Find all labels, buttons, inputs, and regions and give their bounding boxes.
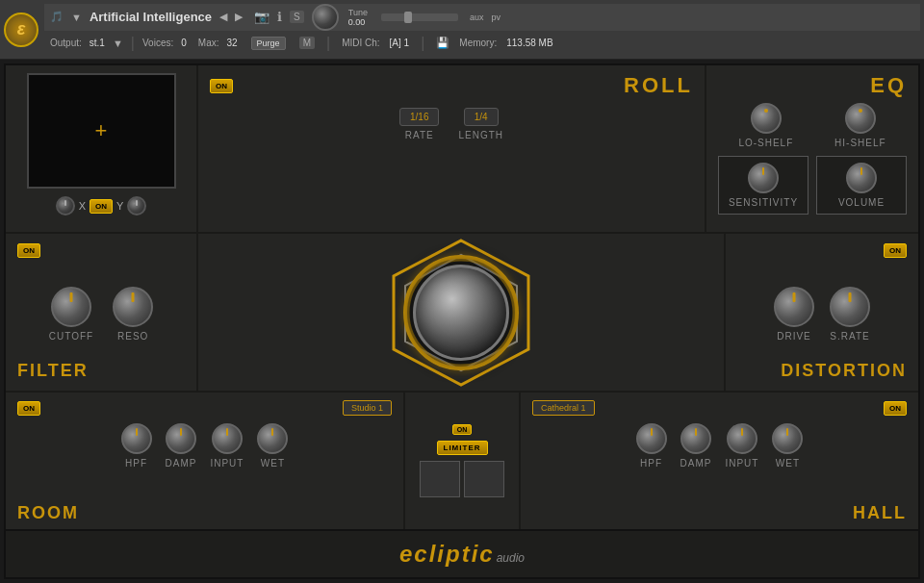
room-title: ROOM: [17, 503, 79, 523]
hall-wet-knob[interactable]: [772, 423, 803, 454]
filter-section: ON CUTOFF RESO FILTER: [6, 234, 198, 391]
room-input-knob[interactable]: [212, 423, 243, 454]
roll-length-selector[interactable]: 1/4: [464, 108, 499, 126]
midi-value: [A] 1: [390, 38, 410, 48]
hall-damp-knob[interactable]: [680, 423, 711, 454]
memory-value: 113.58 MB: [506, 38, 552, 48]
hall-on-button[interactable]: ON: [884, 401, 907, 416]
main-knob[interactable]: [413, 265, 509, 361]
srate-knob[interactable]: [830, 287, 870, 327]
eq-sensitivity-box: SENSITIVITY: [718, 156, 808, 215]
hall-damp-group: DAMP: [680, 423, 712, 469]
instrument-area: + X ON Y ON ROLL 1/16 RATE: [4, 63, 920, 579]
hall-input-knob[interactable]: [727, 423, 757, 454]
room-hpf-group: HPF: [121, 423, 152, 469]
lo-shelf-group: LO-SHELF: [738, 103, 793, 148]
sensitivity-knob[interactable]: [748, 163, 779, 193]
output-arrow[interactable]: ▼: [113, 38, 123, 49]
hi-shelf-knob[interactable]: [845, 103, 876, 134]
tune-display: Tune 0.00: [348, 8, 368, 27]
tune-value: 0.00: [348, 17, 368, 27]
room-hpf-label: HPF: [125, 458, 147, 469]
roll-on-button[interactable]: ON: [210, 79, 233, 93]
lo-shelf-knob[interactable]: [751, 103, 782, 134]
instrument-name: Artificial Intelligence: [90, 10, 212, 24]
room-wet-knob[interactable]: [257, 423, 288, 454]
tune-knob[interactable]: [312, 4, 339, 31]
limiter-sq-1: [420, 461, 460, 497]
hall-preset-button[interactable]: Cathedral 1: [532, 400, 595, 416]
dropdown-arrow[interactable]: ▼: [71, 12, 82, 23]
hexagon-frame: [384, 236, 538, 390]
distortion-on-button[interactable]: ON: [884, 243, 907, 258]
voices-label: Voices:: [142, 38, 173, 48]
room-on-button[interactable]: ON: [17, 401, 40, 416]
limiter-sq-2: [464, 461, 504, 497]
kontakt-logo: ε: [4, 13, 38, 47]
hall-damp-label: DAMP: [680, 458, 712, 469]
eq-volume-box: VOLUME: [816, 156, 907, 215]
room-wet-label: WET: [261, 458, 285, 469]
section-bot: ON Studio 1 HPF DAMP INPUT WET: [6, 393, 918, 529]
hall-hpf-group: HPF: [636, 423, 667, 469]
roll-rate-selector[interactable]: 1/16: [399, 108, 439, 126]
instrument-icon: 🎵: [50, 11, 64, 23]
eq-volume-label: VOLUME: [838, 197, 885, 208]
room-damp-label: DAMP: [166, 458, 197, 469]
xy-on-button[interactable]: ON: [90, 199, 113, 214]
drive-knob[interactable]: [774, 287, 814, 327]
output-value[interactable]: st.1: [90, 38, 105, 48]
limiter-on-button[interactable]: ON: [452, 424, 473, 435]
limiter-section: ON LIMITER: [405, 393, 521, 529]
reso-label: RESO: [117, 331, 148, 342]
memory-icon: 💾: [436, 37, 449, 49]
lo-shelf-label: LO-SHELF: [738, 138, 793, 148]
footer-audio: audio: [497, 551, 525, 565]
xy-x-knob[interactable]: [56, 196, 75, 215]
info-icon[interactable]: ℹ: [277, 10, 282, 24]
prev-arrow[interactable]: ◀: [219, 11, 227, 23]
room-damp-knob[interactable]: [166, 423, 196, 454]
max-value: 32: [226, 38, 237, 48]
xy-pad[interactable]: +: [27, 73, 176, 189]
eq-section: EQ LO-SHELF HI-SHELF SENSITIVITY: [706, 65, 918, 232]
top-bar: ε 🎵 ▼ Artificial Intelligence ◀ ▶ 📷 ℹ S …: [0, 0, 924, 60]
drive-label: DRIVE: [777, 331, 811, 342]
hall-header: Cathedral 1 ON: [532, 400, 907, 416]
max-label: Max:: [198, 38, 219, 48]
filter-on-button[interactable]: ON: [17, 243, 40, 258]
hall-wet-label: WET: [776, 458, 800, 469]
room-header: ON Studio 1: [17, 400, 392, 416]
camera-icon[interactable]: 📷: [254, 10, 270, 24]
purge-button[interactable]: Purge: [251, 37, 286, 50]
footer-logo: ecliptic: [399, 541, 495, 568]
s-label: S: [290, 11, 304, 23]
eq-row2: SENSITIVITY VOLUME: [718, 156, 907, 215]
next-arrow[interactable]: ▶: [235, 11, 243, 23]
limiter-button[interactable]: LIMITER: [437, 441, 488, 455]
xy-y-knob[interactable]: [127, 196, 146, 215]
top-bar-main: 🎵 ▼ Artificial Intelligence ◀ ▶ 📷 ℹ S Tu…: [44, 4, 920, 56]
hall-hpf-knob[interactable]: [636, 423, 667, 454]
pitch-slider[interactable]: [381, 13, 458, 21]
reso-knob[interactable]: [113, 287, 153, 327]
distortion-knobs: DRIVE S.RATE: [737, 287, 907, 342]
hall-knobs: HPF DAMP INPUT WET: [532, 423, 907, 469]
room-wet-group: WET: [257, 423, 288, 469]
roll-rate-label: RATE: [405, 130, 434, 140]
room-preset-button[interactable]: Studio 1: [343, 400, 392, 416]
reso-group: RESO: [113, 287, 153, 342]
room-hpf-knob[interactable]: [121, 423, 152, 454]
distortion-title: DISTORTION: [781, 361, 907, 381]
center-knob-section: [198, 234, 726, 391]
dist-header: ON: [737, 243, 907, 258]
eq-volume-knob[interactable]: [846, 163, 877, 193]
room-knobs: HPF DAMP INPUT WET: [17, 423, 392, 469]
srate-group: S.RATE: [830, 287, 870, 342]
output-label: Output:: [50, 38, 82, 48]
roll-length-label: LENGTH: [458, 130, 503, 140]
limiter-squares: [420, 461, 504, 497]
roll-title: ROLL: [624, 73, 693, 98]
cutoff-knob[interactable]: [51, 287, 91, 327]
section-footer: ecliptic audio: [6, 529, 918, 577]
